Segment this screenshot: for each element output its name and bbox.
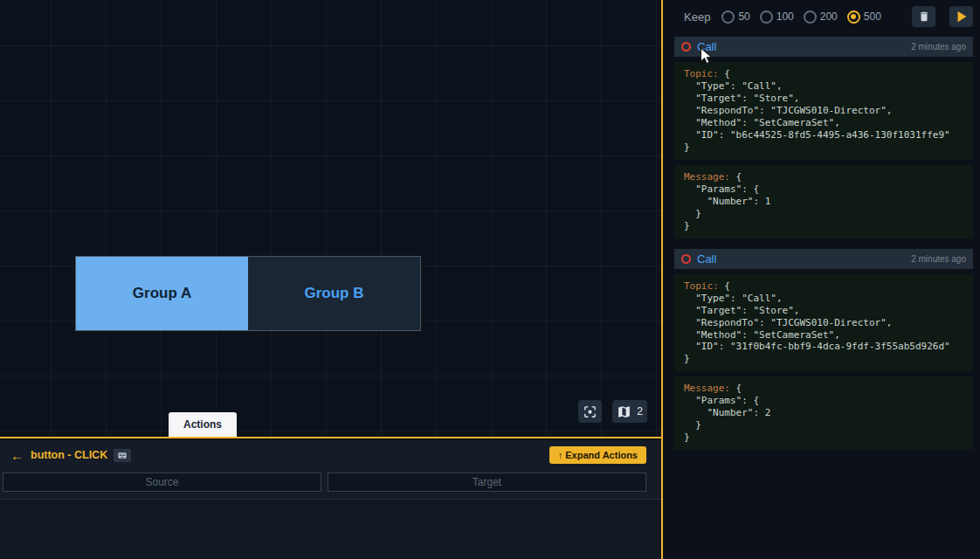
radio-icon [760, 10, 773, 24]
source-target-row [0, 470, 661, 500]
radio-icon [847, 10, 860, 24]
keep-option-50[interactable]: 50 [721, 10, 749, 24]
radio-icon [721, 10, 735, 24]
message-label: Message: [684, 171, 730, 183]
actions-panel-header: ← button - CLICK ↑ Expand Actions [0, 440, 661, 470]
message-block: Message: { "Params": { "Number": 1 } } [674, 165, 973, 238]
record-icon [681, 42, 691, 52]
message-log-panel: Keep 50 100 200 500 [665, 0, 980, 559]
expand-actions-button[interactable]: ↑ Expand Actions [549, 446, 646, 464]
topic-block: Topic: { "Type": "Call", "Target": "Stor… [674, 274, 973, 372]
center-focus-icon [583, 404, 597, 419]
keep-option-500[interactable]: 500 [847, 10, 881, 24]
group-a-button[interactable]: Group A [76, 257, 248, 330]
message-timestamp: 2 minutes ago [911, 42, 966, 52]
topic-json: { "Type": "Call", "Target": "Store", "Re… [684, 280, 950, 365]
topic-block: Topic: { "Type": "Call", "Target": "Stor… [674, 62, 973, 160]
message-type: Call [697, 252, 716, 266]
record-icon [681, 254, 691, 264]
message-timestamp: 2 minutes ago [911, 254, 966, 264]
play-icon [955, 10, 969, 24]
topic-label: Topic: [684, 280, 719, 292]
topic-label: Topic: [684, 68, 719, 79]
button-group: Group A Group B [75, 256, 421, 331]
message-label: Message: [684, 383, 730, 394]
keep-option-label: 50 [738, 10, 749, 23]
keep-option-label: 500 [864, 10, 881, 23]
message-card-header[interactable]: Call 2 minutes ago [674, 37, 973, 57]
map-pages-button[interactable]: 2 [612, 400, 647, 423]
map-icon [617, 404, 631, 419]
clear-log-button[interactable] [912, 6, 935, 27]
keep-option-label: 200 [820, 10, 838, 23]
resume-log-button[interactable] [949, 6, 973, 27]
keep-label: Keep [684, 10, 710, 24]
left-column: Group A Group B 2 Actions [0, 0, 663, 559]
keyboard-icon [114, 449, 131, 462]
message-list: Call 2 minutes ago Topic: { "Type": "Cal… [665, 33, 980, 450]
message-card-header[interactable]: Call 2 minutes ago [674, 249, 973, 269]
group-b-button[interactable]: Group B [248, 257, 420, 330]
back-button[interactable]: ← [10, 448, 24, 463]
fit-view-button[interactable] [578, 400, 602, 423]
message-card: Call 2 minutes ago Topic: { "Type": "Cal… [674, 37, 973, 238]
target-input[interactable] [328, 473, 646, 492]
keep-option-label: 100 [776, 10, 794, 23]
radio-icon [804, 10, 817, 24]
actions-panel-body [0, 500, 661, 559]
trash-icon [918, 10, 930, 23]
actions-panel: ← button - CLICK ↑ Expand Actions [0, 440, 661, 559]
message-block: Message: { "Params": { "Number": 2 } } [674, 376, 973, 450]
actions-tab[interactable]: Actions [169, 412, 237, 437]
message-type: Call [697, 40, 716, 53]
keep-option-200[interactable]: 200 [804, 10, 838, 24]
keep-option-100[interactable]: 100 [760, 10, 794, 24]
design-canvas[interactable]: Group A Group B 2 Actions [0, 0, 661, 438]
message-card: Call 2 minutes ago Topic: { "Type": "Cal… [674, 249, 973, 451]
action-title: button - CLICK [31, 449, 107, 461]
source-input[interactable] [3, 473, 321, 492]
topic-json: { "Type": "Call", "Target": "Store", "Re… [684, 68, 950, 153]
log-toolbar: Keep 50 100 200 500 [665, 0, 980, 33]
map-page-count: 2 [637, 405, 643, 418]
canvas-toolbar: 2 [578, 400, 647, 423]
